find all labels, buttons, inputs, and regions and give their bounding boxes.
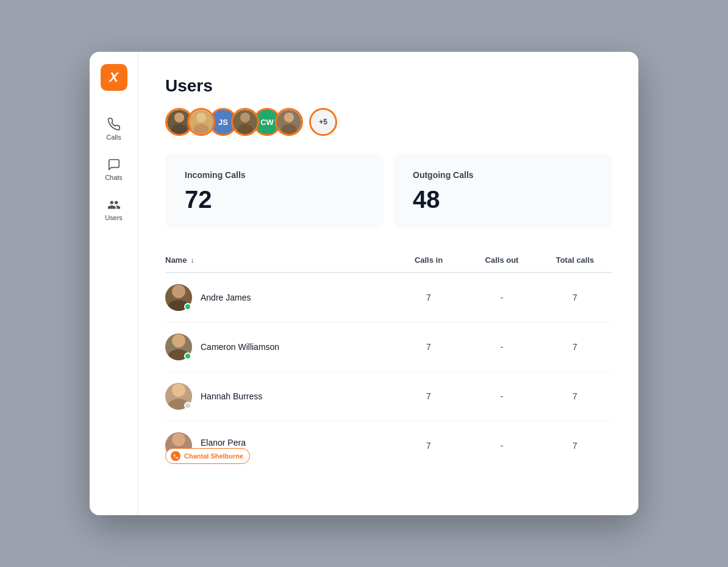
calls-in-hannah: 7 bbox=[392, 391, 465, 401]
sidebar-item-calls-label: Calls bbox=[106, 134, 121, 141]
svg-point-10 bbox=[172, 334, 185, 348]
stats-row: Incoming Calls 72 Outgoing Calls 48 bbox=[165, 153, 612, 229]
status-dot-andre bbox=[184, 303, 191, 310]
avatar-2[interactable] bbox=[187, 108, 215, 136]
outgoing-calls-card: Outgoing Calls 48 bbox=[393, 153, 612, 229]
incoming-call-badge[interactable]: Chantal Shelburne bbox=[165, 448, 250, 464]
sidebar-item-users-label: Users bbox=[105, 214, 123, 221]
sidebar-item-calls[interactable]: Calls bbox=[93, 110, 135, 148]
status-dot-cameron bbox=[184, 352, 191, 360]
user-cell-cameron: Cameron Williamson bbox=[165, 333, 392, 360]
header-calls-out[interactable]: Calls out bbox=[465, 255, 538, 265]
avatar-cameron bbox=[165, 333, 192, 360]
total-calls-elanor: 7 bbox=[538, 441, 612, 451]
svg-point-2 bbox=[196, 113, 206, 123]
svg-point-1 bbox=[171, 124, 187, 134]
svg-point-7 bbox=[281, 124, 296, 134]
call-icon bbox=[171, 451, 180, 461]
user-cell-elanor: Chantal Shelburne Elanor Pera bbox=[165, 432, 392, 459]
header-name[interactable]: Name ↓ bbox=[165, 255, 392, 265]
calls-out-andre: - bbox=[465, 293, 538, 302]
sidebar-item-chats-label: Chats bbox=[105, 174, 123, 181]
status-dot-hannah bbox=[184, 402, 191, 409]
table-row: Cameron Williamson 7 - 7 bbox=[165, 323, 612, 372]
user-cell-hannah: Hannah Burress bbox=[165, 383, 392, 410]
svg-point-0 bbox=[174, 113, 184, 123]
avatar-elanor-wrapper: Chantal Shelburne bbox=[165, 432, 192, 459]
avatar-4[interactable] bbox=[231, 108, 259, 136]
outgoing-calls-value: 48 bbox=[413, 187, 592, 212]
total-calls-cameron: 7 bbox=[538, 342, 612, 352]
user-name-hannah: Hannah Burress bbox=[201, 391, 262, 401]
user-name-cameron: Cameron Williamson bbox=[201, 342, 279, 352]
sidebar: X Calls Chats Users bbox=[90, 52, 138, 515]
svg-point-5 bbox=[237, 124, 252, 134]
chat-icon bbox=[107, 158, 121, 171]
svg-point-3 bbox=[193, 124, 209, 134]
svg-point-8 bbox=[172, 285, 185, 298]
header-calls-in[interactable]: Calls in bbox=[392, 255, 465, 265]
users-icon bbox=[107, 198, 121, 212]
page-title: Users bbox=[165, 76, 612, 96]
incoming-call-name: Chantal Shelburne bbox=[184, 452, 243, 460]
sort-icon: ↓ bbox=[190, 256, 194, 265]
incoming-calls-label: Incoming Calls bbox=[185, 170, 364, 180]
table-row: Hannah Burress 7 - 7 bbox=[165, 372, 612, 421]
table-row: Andre James 7 - 7 bbox=[165, 273, 612, 323]
sidebar-item-chats[interactable]: Chats bbox=[93, 151, 135, 188]
calls-out-hannah: - bbox=[465, 391, 538, 401]
calls-in-elanor: 7 bbox=[392, 441, 465, 451]
svg-point-4 bbox=[240, 113, 250, 123]
calls-in-andre: 7 bbox=[392, 293, 465, 302]
app-logo[interactable]: X bbox=[101, 64, 127, 91]
total-calls-andre: 7 bbox=[538, 293, 612, 302]
avatar-6[interactable] bbox=[275, 108, 303, 136]
incoming-calls-card: Incoming Calls 72 bbox=[165, 153, 384, 229]
user-cell-andre: Andre James bbox=[165, 284, 392, 311]
svg-point-14 bbox=[172, 433, 185, 446]
avatar-group: JS CW bbox=[165, 108, 612, 136]
users-table: Name ↓ Calls in Calls out Total calls bbox=[165, 248, 612, 470]
avatar-more[interactable]: +5 bbox=[309, 108, 337, 136]
calls-out-cameron: - bbox=[465, 342, 538, 352]
sidebar-item-users[interactable]: Users bbox=[93, 191, 135, 229]
svg-point-6 bbox=[284, 113, 294, 123]
incoming-calls-value: 72 bbox=[185, 187, 364, 212]
svg-point-12 bbox=[172, 383, 185, 397]
header-total-calls[interactable]: Total calls bbox=[538, 255, 612, 265]
phone-icon bbox=[107, 118, 121, 131]
calls-out-elanor: - bbox=[465, 441, 538, 451]
total-calls-hannah: 7 bbox=[538, 391, 612, 401]
app-container: X Calls Chats Users Users bbox=[90, 52, 638, 515]
outgoing-calls-label: Outgoing Calls bbox=[413, 170, 592, 180]
user-name-elanor: Elanor Pera bbox=[201, 438, 246, 448]
main-content: Users bbox=[138, 52, 638, 515]
user-name-andre: Andre James bbox=[201, 293, 251, 302]
calls-in-cameron: 7 bbox=[392, 342, 465, 352]
table-header: Name ↓ Calls in Calls out Total calls bbox=[165, 248, 612, 273]
avatar-andre bbox=[165, 284, 192, 311]
avatar-hannah bbox=[165, 383, 192, 410]
table-row: Chantal Shelburne Elanor Pera 7 - 7 bbox=[165, 421, 612, 470]
